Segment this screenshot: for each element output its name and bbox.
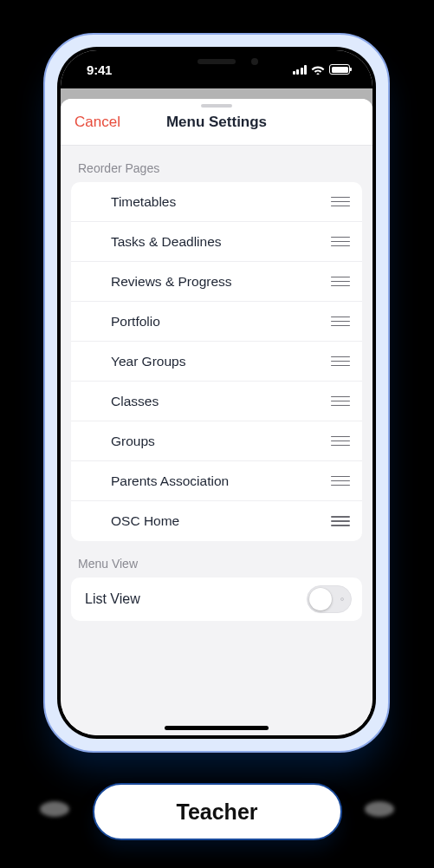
list-item-label: Reviews & Progress	[111, 274, 331, 290]
list-item-label: Parents Association	[111, 473, 331, 489]
drag-handle-icon[interactable]	[331, 432, 350, 451]
sheet-grabber[interactable]	[201, 104, 232, 108]
wifi-icon	[311, 64, 325, 75]
drag-handle-icon[interactable]	[331, 312, 350, 331]
list-item-label: Groups	[111, 434, 331, 449]
list-item[interactable]: Tasks & Deadlines	[71, 222, 362, 262]
menu-view-card: List View	[71, 578, 362, 621]
list-item-label: Tasks & Deadlines	[111, 234, 331, 250]
drag-handle-icon[interactable]	[331, 392, 350, 411]
list-item-label: Classes	[111, 394, 331, 409]
reorder-pages-list: Timetables Tasks & Deadlines Reviews & P…	[71, 182, 362, 541]
list-item[interactable]: Groups	[71, 421, 362, 461]
list-item-label: Portfolio	[111, 314, 331, 330]
home-indicator[interactable]	[165, 726, 269, 730]
list-view-toggle-row[interactable]: List View	[71, 578, 362, 621]
drag-handle-icon[interactable]	[331, 272, 350, 291]
drag-handle-icon[interactable]	[331, 472, 350, 491]
sheet-title: Menu Settings	[166, 114, 267, 131]
list-item[interactable]: Timetables	[71, 182, 362, 222]
list-item[interactable]: Classes	[71, 382, 362, 421]
notch	[140, 50, 293, 76]
battery-icon	[329, 64, 350, 75]
list-item[interactable]: Parents Association	[71, 461, 362, 501]
role-badge: Teacher	[93, 783, 342, 840]
drag-handle-icon[interactable]	[331, 193, 350, 212]
toggle-label: List View	[85, 591, 307, 607]
list-item[interactable]: Year Groups	[71, 342, 362, 382]
drag-handle-icon[interactable]	[331, 232, 350, 251]
list-item[interactable]: Portfolio	[71, 302, 362, 342]
section-label-menu-view: Menu View	[61, 541, 372, 578]
earbud-shadow-left	[40, 801, 69, 817]
drag-handle-icon[interactable]	[331, 352, 350, 371]
cancel-button[interactable]: Cancel	[74, 114, 120, 131]
sheet-header: Cancel Menu Settings	[61, 99, 372, 146]
device-frame: 9:41 Cancel Me	[43, 33, 390, 753]
list-item-label: OSC Home	[111, 513, 331, 529]
section-label-reorder: Reorder Pages	[61, 146, 372, 182]
cellular-signal-icon	[293, 65, 308, 75]
status-indicators	[293, 64, 354, 75]
list-view-toggle[interactable]	[307, 585, 352, 613]
earbud-shadow-right	[365, 801, 394, 817]
device-bezel: 9:41 Cancel Me	[57, 47, 376, 739]
status-time: 9:41	[80, 62, 112, 77]
list-item[interactable]: Reviews & Progress	[71, 262, 362, 302]
list-item[interactable]: OSC Home	[71, 501, 362, 541]
list-item-label: Timetables	[111, 194, 331, 210]
toggle-knob	[309, 588, 332, 610]
device-screen: 9:41 Cancel Me	[61, 50, 372, 735]
modal-sheet: Cancel Menu Settings Reorder Pages Timet…	[61, 99, 372, 735]
list-item-label: Year Groups	[111, 354, 331, 369]
toggle-off-indicator	[340, 597, 344, 601]
drag-handle-icon[interactable]	[331, 512, 350, 531]
